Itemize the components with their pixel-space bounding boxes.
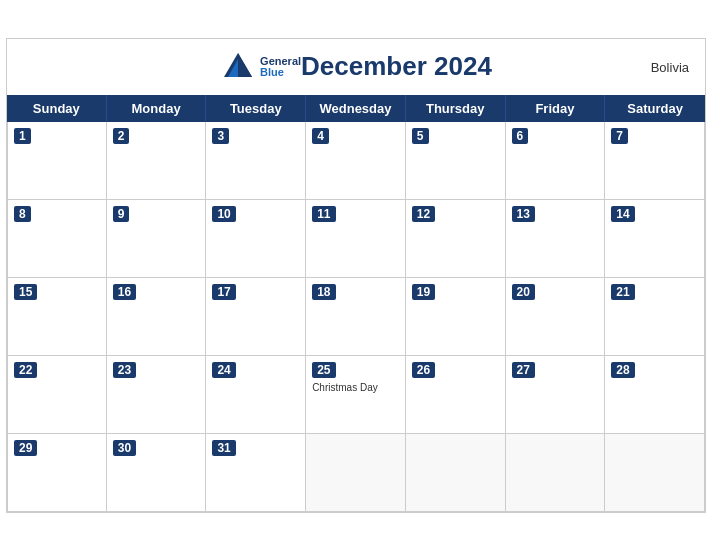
logo-general-text: General: [260, 56, 301, 67]
calendar-day: 13: [506, 200, 606, 278]
day-number: 22: [14, 362, 37, 378]
calendar-day: 17: [206, 278, 306, 356]
calendar-day: [306, 434, 406, 512]
day-header-saturday: Saturday: [605, 95, 705, 122]
calendar-day: 28: [605, 356, 705, 434]
day-number: 28: [611, 362, 634, 378]
day-number: 9: [113, 206, 130, 222]
calendar-day: 30: [107, 434, 207, 512]
day-number: 8: [14, 206, 31, 222]
day-number: 4: [312, 128, 329, 144]
day-headers: SundayMondayTuesdayWednesdayThursdayFrid…: [7, 95, 705, 122]
calendar-day: 12: [406, 200, 506, 278]
calendar-day: 25Christmas Day: [306, 356, 406, 434]
calendar-day: 4: [306, 122, 406, 200]
calendar-day: [406, 434, 506, 512]
day-header-thursday: Thursday: [406, 95, 506, 122]
calendar-grid: 1234567891011121314151617181920212223242…: [7, 122, 705, 512]
calendar-day: 10: [206, 200, 306, 278]
day-header-wednesday: Wednesday: [306, 95, 406, 122]
day-number: 30: [113, 440, 136, 456]
day-number: 18: [312, 284, 335, 300]
calendar-day: 14: [605, 200, 705, 278]
day-number: 15: [14, 284, 37, 300]
day-number: 27: [512, 362, 535, 378]
calendar-day: 3: [206, 122, 306, 200]
calendar-container: General Blue December 2024 Bolivia Sunda…: [6, 38, 706, 513]
calendar-day: 23: [107, 356, 207, 434]
calendar-day: [506, 434, 606, 512]
day-header-sunday: Sunday: [7, 95, 107, 122]
calendar-day: 19: [406, 278, 506, 356]
day-number: 17: [212, 284, 235, 300]
day-number: 29: [14, 440, 37, 456]
calendar-day: 21: [605, 278, 705, 356]
country-label: Bolivia: [651, 59, 689, 74]
calendar-day: 27: [506, 356, 606, 434]
calendar-day: 16: [107, 278, 207, 356]
calendar-day: 26: [406, 356, 506, 434]
calendar-day: 5: [406, 122, 506, 200]
day-header-tuesday: Tuesday: [206, 95, 306, 122]
calendar-header: General Blue December 2024 Bolivia: [7, 39, 705, 95]
day-number: 3: [212, 128, 229, 144]
day-number: 2: [113, 128, 130, 144]
day-number: 6: [512, 128, 529, 144]
day-number: 10: [212, 206, 235, 222]
calendar-day: 2: [107, 122, 207, 200]
day-header-monday: Monday: [107, 95, 207, 122]
day-number: 7: [611, 128, 628, 144]
calendar-day: 11: [306, 200, 406, 278]
day-number: 1: [14, 128, 31, 144]
day-number: 25: [312, 362, 335, 378]
calendar-day: 15: [7, 278, 107, 356]
calendar-day: 1: [7, 122, 107, 200]
calendar-title: December 2024: [301, 51, 492, 82]
day-number: 16: [113, 284, 136, 300]
day-event: Christmas Day: [312, 382, 399, 393]
day-number: 24: [212, 362, 235, 378]
day-number: 23: [113, 362, 136, 378]
calendar-day: 8: [7, 200, 107, 278]
calendar-day: [605, 434, 705, 512]
calendar-day: 7: [605, 122, 705, 200]
day-number: 13: [512, 206, 535, 222]
logo-icon: [220, 49, 256, 85]
calendar-day: 22: [7, 356, 107, 434]
calendar-day: 18: [306, 278, 406, 356]
day-number: 14: [611, 206, 634, 222]
day-number: 5: [412, 128, 429, 144]
day-number: 26: [412, 362, 435, 378]
calendar-day: 24: [206, 356, 306, 434]
day-header-friday: Friday: [506, 95, 606, 122]
logo-blue-text: Blue: [260, 67, 301, 78]
calendar-day: 29: [7, 434, 107, 512]
day-number: 11: [312, 206, 335, 222]
logo-area: General Blue: [220, 49, 301, 85]
calendar-day: 20: [506, 278, 606, 356]
calendar-day: 31: [206, 434, 306, 512]
calendar-day: 9: [107, 200, 207, 278]
logo-text: General Blue: [260, 56, 301, 78]
day-number: 21: [611, 284, 634, 300]
day-number: 31: [212, 440, 235, 456]
day-number: 20: [512, 284, 535, 300]
svg-marker-2: [238, 53, 252, 77]
day-number: 19: [412, 284, 435, 300]
calendar-day: 6: [506, 122, 606, 200]
day-number: 12: [412, 206, 435, 222]
